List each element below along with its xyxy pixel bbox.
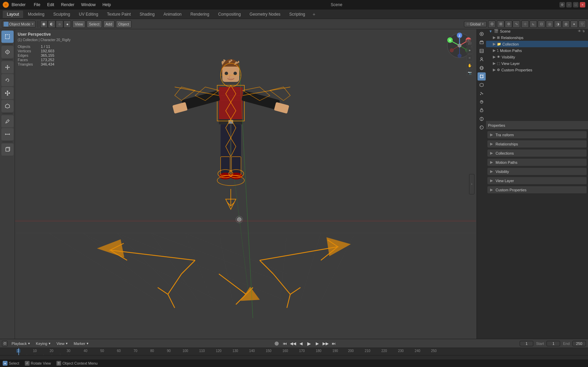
n-panel-toggle[interactable]: ›	[469, 174, 474, 194]
snap-btn[interactable]: ⊞	[497, 20, 504, 28]
outliner-item-motion[interactable]: ▶ ⤵ Motion Paths	[486, 47, 588, 54]
cu-section-header[interactable]: ▶ Custom Properties	[487, 186, 587, 193]
world-vtab[interactable]	[478, 64, 486, 72]
tab-compositing[interactable]: Compositing	[214, 11, 245, 18]
select-menu-btn[interactable]: Select	[87, 20, 102, 28]
render-preview-btn[interactable]: ○	[56, 20, 63, 28]
play-btn[interactable]: ▶	[306, 340, 313, 347]
pivot-btn[interactable]: ⊙	[488, 20, 496, 28]
render-toggle[interactable]: ◍	[562, 20, 570, 28]
tab-rendering[interactable]: Rendering	[186, 11, 213, 18]
solid-shading-btn[interactable]: ◉	[40, 20, 48, 28]
tab-scripting[interactable]: Scripting	[285, 11, 309, 18]
view-timeline-menu[interactable]: View ▼	[55, 341, 70, 346]
outliner-item-collection[interactable]: ▶ 📁 Collection	[486, 41, 588, 47]
tab-sculpting[interactable]: Sculpting	[49, 11, 74, 18]
pan-view-btn[interactable]: ✋	[466, 62, 473, 69]
annotate-tool[interactable]	[1, 115, 14, 127]
zoom-in-btn[interactable]: +	[466, 47, 473, 54]
shading-options[interactable]: ▽	[578, 20, 586, 28]
transform-header[interactable]: ▶ Transform	[487, 131, 587, 138]
add-cube-tool[interactable]	[1, 143, 14, 156]
object-menu-btn[interactable]: Object	[116, 20, 132, 28]
proportional-edit-btn[interactable]: ⊚	[505, 20, 512, 28]
vis-section-header[interactable]: ▶ Visibility	[487, 168, 587, 175]
tab-layout[interactable]: Layout	[3, 11, 23, 18]
vl-section-header[interactable]: ▶ View Layer	[487, 177, 587, 184]
render-menu[interactable]: Render	[58, 2, 77, 8]
zoom-out-btn[interactable]: −	[466, 54, 473, 61]
constraints-vtab[interactable]	[478, 106, 486, 115]
outliner-item-custom[interactable]: ▶ ⚙ Custom Properties	[486, 67, 588, 73]
camera-toggle-btn[interactable]: 📷	[466, 69, 473, 76]
gizmo-toggle[interactable]: ⊹	[521, 20, 529, 28]
outliner-item-viewlayer[interactable]: ▶ ⬚ View Layer	[486, 60, 588, 67]
tab-uv-editing[interactable]: UV Editing	[75, 11, 102, 18]
tab-animation[interactable]: Animation	[159, 11, 186, 18]
outliner-item-relationships[interactable]: ▶ ⊞ Relationships	[486, 34, 588, 41]
physics-vtab[interactable]	[478, 98, 486, 106]
move-tool[interactable]	[1, 61, 14, 73]
render-vtab[interactable]	[478, 30, 486, 38]
jump-end-btn[interactable]: ⏭	[330, 340, 337, 347]
playback-menu[interactable]: Playback ▼	[10, 341, 32, 346]
back-frame-btn[interactable]: ◀	[298, 340, 305, 347]
minimize-btn[interactable]: −	[566, 2, 572, 7]
rotate-tool[interactable]	[1, 74, 14, 86]
current-frame-field[interactable]: 1	[520, 341, 533, 346]
transform-tool[interactable]	[1, 100, 14, 112]
maximize-btn[interactable]: □	[573, 2, 578, 7]
add-workspace-btn[interactable]: +	[310, 10, 318, 18]
close-btn[interactable]: ×	[580, 2, 585, 7]
edit-menu[interactable]: Edit	[45, 2, 57, 8]
start-frame-field[interactable]: 1	[547, 341, 560, 346]
file-menu[interactable]: File	[31, 2, 43, 8]
particles-vtab[interactable]	[478, 89, 486, 98]
rendered-shading-btn[interactable]: ●	[64, 20, 71, 28]
tab-modeling[interactable]: Modeling	[24, 11, 49, 18]
help-menu[interactable]: Help	[100, 2, 114, 8]
rel-section-header[interactable]: ▶ Relationships	[487, 140, 587, 147]
window-menu[interactable]: Window	[79, 2, 99, 8]
modifiers-vtab[interactable]	[478, 81, 486, 89]
navigation-gizmo[interactable]: Z X Y 🎥 + − ✋ 📷	[446, 32, 473, 59]
jump-start-btn[interactable]: ⏮	[281, 340, 288, 347]
view-menu-btn[interactable]: View	[72, 20, 85, 28]
view-layer-vtab[interactable]	[478, 47, 486, 55]
prev-keyframe-btn[interactable]: ◀◀	[290, 340, 296, 347]
viewport-3d[interactable]: User Perspective (1) Collection | Charac…	[15, 29, 476, 339]
add-menu-btn[interactable]: Add	[103, 20, 115, 28]
output-vtab[interactable]	[478, 38, 486, 47]
transform-orientation[interactable]: ⊹ Global ▼	[464, 21, 487, 27]
overlay-toggle[interactable]: ⊾	[530, 20, 537, 28]
annotations-btn[interactable]: ∿	[513, 20, 520, 28]
material-toggle[interactable]: ◑	[554, 20, 561, 28]
forward-frame-btn[interactable]: ▶	[314, 340, 321, 347]
tab-geometry-nodes[interactable]: Geometry Nodes	[245, 11, 284, 18]
record-btn[interactable]	[273, 340, 280, 347]
end-frame-field[interactable]: 250	[572, 341, 586, 346]
rendered-toggle[interactable]: ●	[570, 20, 578, 28]
col-section-header[interactable]: ▶ Collections	[487, 150, 587, 157]
timeline-editor-type[interactable]: ⏱	[2, 341, 7, 346]
timeline-ruler[interactable]: 1 10 20 30 40 50 60 70 80 90 100 110 120…	[0, 348, 588, 355]
outliner-item-visibility[interactable]: ▶ 👁 Visibility	[486, 54, 588, 60]
mode-selector[interactable]: Object Mode ▼	[2, 21, 36, 28]
solid-toggle[interactable]: ◎	[546, 20, 553, 28]
data-vtab[interactable]	[478, 115, 486, 123]
material-shading-btn[interactable]: ◐	[48, 20, 55, 28]
cursor-tool[interactable]	[1, 46, 14, 58]
material-vtab[interactable]	[478, 123, 486, 132]
tab-texture-paint[interactable]: Texture Paint	[103, 11, 135, 18]
keying-menu[interactable]: Keying ▼	[35, 341, 53, 346]
scale-tool[interactable]	[1, 87, 14, 99]
object-vtab[interactable]	[478, 72, 486, 81]
select-box-tool[interactable]	[1, 31, 14, 43]
mot-section-header[interactable]: ▶ Motion Paths	[487, 159, 587, 166]
measure-tool[interactable]	[1, 128, 14, 140]
next-keyframe-btn[interactable]: ▶▶	[322, 340, 329, 347]
render-settings-btn[interactable]: ⚙	[559, 2, 565, 7]
marker-menu[interactable]: Marker ▼	[72, 341, 90, 346]
xray-toggle[interactable]: ⊡	[538, 20, 545, 28]
scene-vtab[interactable]	[478, 55, 486, 64]
